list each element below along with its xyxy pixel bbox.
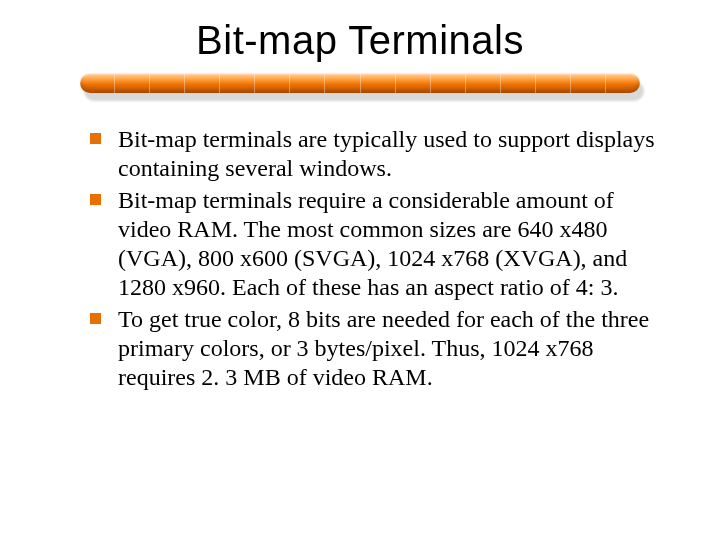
divider-bar-fill [80,73,640,93]
bullet-item: To get true color, 8 bits are needed for… [90,305,660,393]
slide: Bit-map Terminals Bit-map terminals are … [0,0,720,540]
bullet-item: Bit-map terminals require a considerable… [90,186,660,303]
bullet-list: Bit-map terminals are typically used to … [60,125,660,392]
divider-bar [80,73,640,97]
bullet-item: Bit-map terminals are typically used to … [90,125,660,184]
slide-title: Bit-map Terminals [60,18,660,63]
divider-bar-ticks [80,73,640,93]
